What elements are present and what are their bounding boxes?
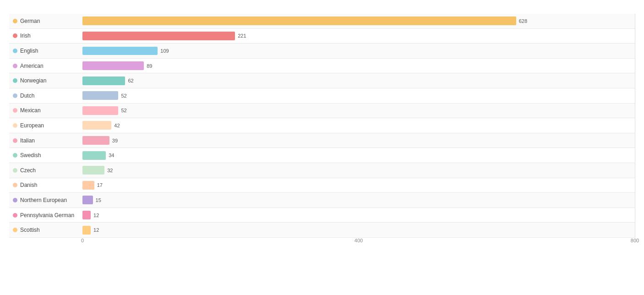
bar-track: 221 bbox=[82, 32, 635, 40]
bar-dot bbox=[13, 64, 17, 68]
bar-label: Czech bbox=[9, 167, 82, 174]
bar-dot bbox=[13, 153, 17, 158]
bar-value-label: 39 bbox=[112, 138, 118, 143]
bar-label-text: Danish bbox=[20, 182, 37, 188]
chart-container: German628Irish221English109American89Nor… bbox=[0, 0, 644, 295]
bar-label-text: European bbox=[20, 122, 44, 129]
bar-fill bbox=[82, 166, 104, 175]
x-axis-tick: 400 bbox=[355, 238, 363, 243]
bar-label: American bbox=[9, 63, 82, 69]
bars-section: German628Irish221English109American89Nor… bbox=[9, 14, 635, 238]
bar-label: Norwegian bbox=[9, 77, 82, 84]
bar-label: Pennsylvania German bbox=[9, 212, 82, 219]
bar-label: Irish bbox=[9, 33, 82, 39]
bar-row: German628 bbox=[9, 14, 635, 29]
bar-row: Dutch52 bbox=[9, 88, 635, 104]
bar-value-label: 12 bbox=[93, 213, 99, 218]
bar-value-label: 89 bbox=[147, 63, 152, 69]
bar-value-label: 109 bbox=[160, 48, 169, 54]
bar-label-text: Pennsylvania German bbox=[20, 212, 74, 219]
bar-track: 89 bbox=[82, 61, 635, 70]
bar-track: 15 bbox=[82, 196, 635, 204]
bar-track: 62 bbox=[82, 76, 635, 85]
bar-label: German bbox=[9, 18, 82, 24]
bar-label: Italian bbox=[9, 137, 82, 144]
bar-label: Danish bbox=[9, 182, 82, 188]
bar-value-label: 221 bbox=[238, 33, 246, 38]
bar-label-text: Mexican bbox=[20, 107, 41, 114]
bar-label: English bbox=[9, 48, 82, 54]
bar-dot bbox=[13, 49, 17, 53]
bar-track: 109 bbox=[82, 47, 635, 55]
bar-track: 34 bbox=[82, 151, 635, 160]
bar-fill bbox=[82, 106, 118, 115]
chart-area: German628Irish221English109American89Nor… bbox=[9, 14, 635, 254]
bar-fill bbox=[82, 211, 91, 219]
bar-value-label: 628 bbox=[519, 18, 527, 24]
bar-dot bbox=[13, 138, 17, 143]
bar-label-text: Scottish bbox=[20, 227, 40, 233]
bar-track: 39 bbox=[82, 136, 635, 145]
bar-label: Mexican bbox=[9, 107, 82, 114]
bar-row: European42 bbox=[9, 118, 635, 133]
bar-label-text: Dutch bbox=[20, 93, 34, 99]
bar-dot bbox=[13, 228, 17, 232]
bar-row: English109 bbox=[9, 44, 635, 59]
bar-dot bbox=[13, 19, 17, 23]
bar-label-text: Norwegian bbox=[20, 77, 46, 84]
bar-value-label: 52 bbox=[121, 108, 126, 113]
bar-label-text: English bbox=[20, 48, 38, 54]
bar-dot bbox=[13, 93, 17, 98]
bar-label-text: German bbox=[20, 18, 40, 24]
x-axis: 0400800 bbox=[82, 238, 635, 254]
bar-dot bbox=[13, 183, 17, 187]
bar-row: American89 bbox=[9, 59, 635, 74]
grid-line bbox=[635, 14, 635, 238]
bar-row: Irish221 bbox=[9, 29, 635, 44]
bar-track: 12 bbox=[82, 211, 635, 219]
bar-value-label: 15 bbox=[96, 197, 101, 203]
bar-track: 628 bbox=[82, 16, 635, 25]
bar-dot bbox=[13, 33, 17, 38]
bar-label: Swedish bbox=[9, 152, 82, 158]
bar-dot bbox=[13, 123, 17, 128]
bar-dot bbox=[13, 108, 17, 113]
bar-label: European bbox=[9, 122, 82, 129]
bar-label-text: Northern European bbox=[20, 197, 67, 203]
bar-label: Dutch bbox=[9, 93, 82, 99]
bar-value-label: 12 bbox=[93, 227, 99, 233]
bar-fill bbox=[82, 61, 144, 70]
bar-fill bbox=[82, 151, 106, 160]
bar-row: Italian39 bbox=[9, 133, 635, 148]
bar-dot bbox=[13, 78, 17, 83]
bar-dot bbox=[13, 168, 17, 173]
bar-fill bbox=[82, 121, 111, 130]
bar-value-label: 32 bbox=[107, 168, 113, 173]
bar-label-text: American bbox=[20, 63, 44, 69]
x-axis-tick: 0 bbox=[81, 238, 84, 243]
bar-label: Scottish bbox=[9, 227, 82, 233]
x-axis-tick: 800 bbox=[631, 238, 639, 243]
bar-value-label: 42 bbox=[114, 123, 120, 128]
bar-value-label: 17 bbox=[97, 182, 103, 188]
bar-row: Mexican52 bbox=[9, 104, 635, 119]
bar-row: Norwegian62 bbox=[9, 73, 635, 88]
bar-value-label: 62 bbox=[128, 78, 133, 83]
bar-track: 12 bbox=[82, 226, 635, 235]
bar-fill bbox=[82, 91, 118, 100]
bar-fill bbox=[82, 16, 516, 25]
bar-label-text: Irish bbox=[20, 33, 31, 39]
bar-dot bbox=[13, 213, 17, 218]
bar-track: 17 bbox=[82, 181, 635, 190]
bar-row: Pennsylvania German12 bbox=[9, 208, 635, 223]
bar-fill bbox=[82, 47, 158, 55]
bar-label-text: Italian bbox=[20, 137, 35, 144]
bar-fill bbox=[82, 32, 235, 40]
bar-row: Northern European15 bbox=[9, 193, 635, 208]
bar-track: 42 bbox=[82, 121, 635, 130]
bar-label-text: Swedish bbox=[20, 152, 41, 158]
bar-dot bbox=[13, 198, 17, 202]
bar-row: Danish17 bbox=[9, 178, 635, 193]
bar-row: Scottish12 bbox=[9, 223, 635, 238]
bar-fill bbox=[82, 76, 125, 85]
